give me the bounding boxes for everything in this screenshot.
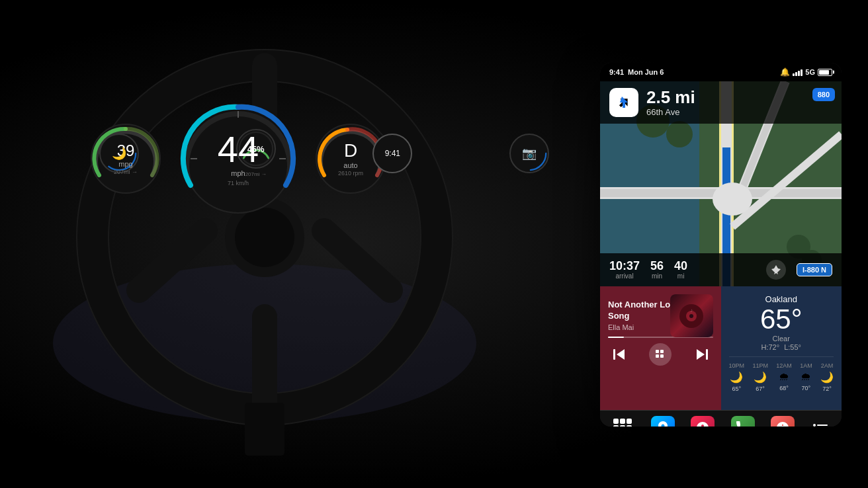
svg-rect-42 bbox=[656, 350, 659, 353]
nav-header: 2.5 mi 66th Ave bbox=[600, 81, 842, 124]
weather-temp: 65° bbox=[729, 304, 834, 335]
time-gauge: 9:41 bbox=[372, 134, 412, 173]
home-grid-button[interactable] bbox=[611, 416, 634, 427]
nav-footer: 10:37 arrival 56 min 40 mi I-880 N bbox=[600, 253, 842, 286]
camera-gauge: 📷 bbox=[509, 134, 549, 173]
weather-panel[interactable]: Oakland 65° Clear H:72° L:55° 10PM 🌙 65°… bbox=[721, 286, 842, 410]
battery-icon bbox=[818, 69, 832, 76]
forecast-item: 1AM 🌧 70° bbox=[800, 362, 812, 392]
podcasts-icon[interactable] bbox=[691, 416, 715, 427]
nav-info: 2.5 mi 66th Ave bbox=[646, 89, 695, 117]
svg-point-38 bbox=[689, 314, 693, 318]
dock bbox=[600, 410, 842, 427]
signal-label: 5G bbox=[805, 68, 815, 76]
weather-description: Clear bbox=[729, 335, 834, 343]
time-display: 9:41 bbox=[385, 149, 400, 158]
carplay-screen: 9:41 Mon Jun 6 🔔 5G bbox=[600, 63, 842, 427]
music-controls bbox=[608, 343, 713, 366]
next-button[interactable] bbox=[691, 343, 713, 366]
prev-button[interactable] bbox=[608, 343, 630, 366]
settings-icon[interactable] bbox=[811, 421, 831, 427]
arrival-stat: 10:37 arrival bbox=[609, 260, 640, 280]
svg-rect-46 bbox=[706, 349, 708, 360]
moon-icon: 🌙 bbox=[112, 146, 126, 161]
map-section[interactable]: 2.5 mi 66th Ave 880 10:37 arrival 56 min… bbox=[600, 81, 842, 286]
bell-icon: 🔔 bbox=[780, 67, 790, 77]
apps-icon[interactable] bbox=[771, 416, 795, 427]
fuel-sub: 207mi → bbox=[245, 171, 267, 177]
forecast-item: 11PM 🌙 67° bbox=[752, 362, 768, 392]
svg-rect-9 bbox=[245, 403, 284, 456]
forecast-item: 10PM 🌙 65° bbox=[729, 362, 745, 392]
status-date: Mon Jun 6 bbox=[628, 68, 664, 76]
bottom-gauges: 🌙 45% 207mi → 9:41 📷 bbox=[86, 129, 562, 177]
highway-badge: 880 bbox=[812, 88, 835, 101]
status-bar: 9:41 Mon Jun 6 🔔 5G bbox=[600, 63, 842, 81]
svg-marker-47 bbox=[697, 349, 705, 360]
location-button[interactable] bbox=[766, 260, 786, 280]
signal-bars bbox=[793, 69, 803, 76]
miles-stat: 40 mi bbox=[674, 260, 687, 280]
svg-point-48 bbox=[813, 424, 816, 427]
speed-value: 44 mph 71 km/h bbox=[218, 131, 259, 186]
nav-turn-arrow bbox=[609, 88, 638, 117]
weather-forecast: 10PM 🌙 65° 11PM 🌙 67° 12AM 🌧 68° 1AM 🌧 7… bbox=[729, 356, 834, 392]
camera-icon: 📷 bbox=[522, 146, 537, 161]
forecast-item: 2AM 🌙 72° bbox=[820, 362, 834, 392]
svg-point-31 bbox=[666, 121, 693, 147]
gear-value: D auto 2610 rpm bbox=[338, 142, 363, 177]
svg-rect-45 bbox=[660, 354, 664, 358]
nav-street: 66th Ave bbox=[646, 107, 695, 117]
highway-sign-container: I-880 N bbox=[797, 263, 832, 276]
grid-button[interactable] bbox=[649, 343, 672, 366]
phone-icon[interactable] bbox=[731, 416, 755, 427]
progress-fill bbox=[608, 337, 624, 338]
album-art: ♪ bbox=[670, 294, 713, 337]
music-panel[interactable]: ♪ Not Another Love Song Ella Mai bbox=[600, 286, 721, 410]
svg-marker-41 bbox=[617, 349, 625, 360]
weather-hi-lo: H:72° L:55° bbox=[729, 343, 834, 351]
svg-point-29 bbox=[713, 183, 752, 216]
svg-rect-44 bbox=[656, 354, 659, 358]
bottom-panels: ♪ Not Another Love Song Ella Mai bbox=[600, 286, 842, 410]
svg-rect-49 bbox=[817, 425, 828, 426]
nav-distance: 2.5 mi bbox=[646, 89, 695, 106]
svg-text:♪: ♪ bbox=[690, 307, 693, 313]
highway-sign: I-880 N bbox=[797, 263, 832, 276]
weather-city: Oakland bbox=[729, 294, 834, 304]
forecast-item: 12AM 🌧 68° bbox=[776, 362, 792, 392]
svg-rect-43 bbox=[660, 350, 664, 353]
status-time: 9:41 bbox=[609, 68, 624, 76]
svg-rect-40 bbox=[613, 349, 615, 360]
minutes-stat: 56 min bbox=[650, 260, 664, 280]
maps-icon[interactable] bbox=[651, 416, 675, 427]
